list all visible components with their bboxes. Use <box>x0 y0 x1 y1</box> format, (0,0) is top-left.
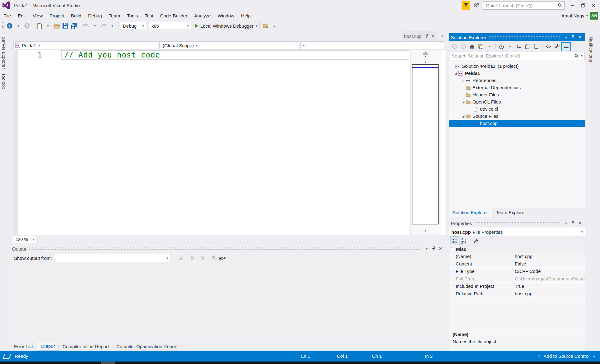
clear-all-output-button[interactable] <box>210 254 218 262</box>
quick-launch-box[interactable]: Quick Launch (Ctrl+Q) <box>483 1 565 10</box>
properties-pin-icon[interactable] <box>570 221 576 225</box>
menu-item-tools[interactable]: Tools <box>123 13 141 18</box>
solution-explorer-pin-icon[interactable] <box>570 35 576 39</box>
tree-item-header-files[interactable]: Header Files <box>449 91 585 98</box>
add-to-source-control-button[interactable]: Add to Source Control <box>544 353 590 359</box>
property-row-file-type[interactable]: File Type C/C++ Code <box>449 268 585 275</box>
start-debugging-button[interactable]: Local Windows Debugger ▾ <box>194 22 258 30</box>
tree-item-device-cl[interactable]: device.cl <box>449 105 585 113</box>
navigate-forward-button[interactable] <box>23 22 31 30</box>
menu-item-code-builder[interactable]: Code-Builder <box>157 13 191 18</box>
property-row-name[interactable]: (Name) host.cpp <box>449 253 585 260</box>
solution-explorer-menu-caret-icon[interactable]: ▾ <box>563 35 570 39</box>
save-all-button[interactable] <box>70 22 78 30</box>
se-forward-button[interactable] <box>459 43 467 51</box>
se-show-all-files-button[interactable] <box>532 43 541 51</box>
sidebar-tab-toolbox[interactable]: Toolbox <box>1 70 7 92</box>
vertical-scrollbar[interactable]: ▲ ▼ <box>410 50 441 235</box>
close-document-icon[interactable]: × <box>431 34 435 39</box>
solution-configuration-dropdown[interactable]: Debug ▾ <box>120 22 146 30</box>
document-list-caret-icon[interactable]: ▾ <box>441 35 443 38</box>
undo-caret-icon[interactable]: ▾ <box>91 22 99 30</box>
undo-button[interactable] <box>82 22 91 30</box>
tab-output[interactable]: Output <box>37 342 59 351</box>
toggle-word-wrap-button[interactable]: ab↵ <box>218 254 228 262</box>
sidebar-tab-notifications[interactable]: Notifications <box>588 34 594 65</box>
se-back-button[interactable] <box>450 43 459 51</box>
output-header[interactable]: Output ▾ × <box>10 245 446 253</box>
navigate-backward-caret-icon[interactable]: ▾ <box>14 22 23 30</box>
split-window-handle-icon[interactable] <box>422 52 429 57</box>
tree-item-project-pelda1[interactable]: ◢ Pelda1 <box>449 70 585 77</box>
tree-item-solution[interactable]: Solution 'Pelda1' (1 project) <box>449 62 585 70</box>
menu-item-test[interactable]: Test <box>141 13 157 18</box>
scroll-down-arrow-icon[interactable]: ▼ <box>424 229 427 233</box>
se-filter-caret-icon[interactable]: ▾ <box>506 43 514 51</box>
previous-message-button[interactable] <box>189 254 198 262</box>
scroll-up-arrow-icon[interactable]: ▲ <box>424 60 427 64</box>
property-row-included-in-project[interactable]: Included In Project True <box>449 283 585 290</box>
nav-member-dropdown[interactable]: ▾ <box>300 41 444 49</box>
se-home-button[interactable] <box>467 43 476 51</box>
se-view-code-button[interactable]: <> <box>544 43 553 51</box>
menu-item-window[interactable]: Window <box>214 13 238 18</box>
attach-to-process-button[interactable] <box>261 22 270 30</box>
property-row-content[interactable]: Content False <box>449 260 585 268</box>
tree-item-references[interactable]: ▷ References <box>449 77 585 84</box>
alphabetical-sort-button[interactable] <box>459 237 468 245</box>
se-sync-with-active-document-icon[interactable]: ⇆ <box>514 43 523 51</box>
menu-item-help[interactable]: Help <box>238 13 254 18</box>
solution-platform-dropdown[interactable]: x86 ▾ <box>149 22 191 30</box>
menu-item-edit[interactable]: Edit <box>14 13 29 18</box>
property-pages-wrench-icon[interactable] <box>472 237 480 245</box>
show-output-from-dropdown[interactable]: ▾ <box>55 254 170 262</box>
user-menu-caret-icon[interactable]: ▾ <box>586 14 588 17</box>
new-project-button[interactable] <box>35 22 44 30</box>
se-refresh-button[interactable] <box>523 43 532 51</box>
properties-header[interactable]: Properties ▾ × <box>449 219 585 227</box>
properties-close-icon[interactable]: × <box>576 220 583 226</box>
feedback-icon[interactable] <box>462 1 470 10</box>
property-row-relative-path[interactable]: Relative Path host.cpp <box>449 290 585 297</box>
scrollbar-thumb[interactable] <box>412 64 439 224</box>
user-name[interactable]: Antal Nagy <box>561 13 584 18</box>
property-category-misc[interactable]: − Misc <box>449 246 585 253</box>
properties-menu-caret-icon[interactable]: ▾ <box>563 222 570 225</box>
tree-item-source-files[interactable]: ◢ Source Files <box>449 113 585 120</box>
se-pending-changes-filter-button[interactable] <box>497 43 506 51</box>
se-search-icon[interactable] <box>574 54 579 58</box>
output-menu-caret-icon[interactable]: ▾ <box>423 247 430 251</box>
se-preview-selected-items-toggle[interactable]: ▬ <box>561 42 571 51</box>
menu-item-project[interactable]: Project <box>46 13 67 18</box>
code-editor[interactable]: 1 // Add you host code ▲ ▼ <box>13 50 446 235</box>
tab-solution-explorer[interactable]: Solution Explorer <box>449 208 492 217</box>
categorized-view-button[interactable] <box>450 237 459 245</box>
menu-item-debug[interactable]: Debug <box>85 13 105 18</box>
menu-item-view[interactable]: View <box>29 13 46 18</box>
output-close-icon[interactable]: × <box>437 246 444 252</box>
tab-team-explorer[interactable]: Team Explorer <box>492 208 530 217</box>
tree-item-external-dependencies[interactable]: External Dependencies <box>449 84 585 91</box>
se-switch-views-caret-icon[interactable]: ▾ <box>485 43 494 51</box>
editor-zoom-dropdown[interactable]: 120 % ▾ <box>13 236 36 243</box>
tree-item-host-cpp[interactable]: host.cpp <box>449 120 585 127</box>
open-file-button[interactable] <box>52 22 61 30</box>
properties-object-dropdown[interactable]: host.cpp File Properties ▾ <box>449 228 585 236</box>
collapse-category-icon[interactable]: − <box>450 247 454 251</box>
next-message-button[interactable] <box>198 254 206 262</box>
redo-caret-icon[interactable]: ▾ <box>108 22 117 30</box>
restore-button[interactable] <box>578 1 588 10</box>
solution-explorer-search-box[interactable]: Search Solution Explorer (Ctrl+é) ▾ <box>449 52 585 60</box>
menu-item-analyze[interactable]: Analyze <box>191 13 214 18</box>
menu-item-file[interactable]: File <box>0 13 14 18</box>
output-pin-icon[interactable] <box>430 247 437 251</box>
se-properties-wrench-icon[interactable] <box>553 43 561 51</box>
toolbar-grip[interactable] <box>2 22 4 30</box>
save-button[interactable] <box>61 22 70 30</box>
nav-project-dropdown[interactable]: Pelda1 ▾ <box>13 41 158 49</box>
tab-compiler-optimization-report[interactable]: Compiler Optimization Report <box>113 342 181 351</box>
redo-button[interactable] <box>99 22 108 30</box>
tab-error-list[interactable]: Error List <box>10 342 37 351</box>
se-switch-views-button[interactable] <box>476 43 485 51</box>
solution-explorer-close-icon[interactable]: × <box>576 34 583 40</box>
